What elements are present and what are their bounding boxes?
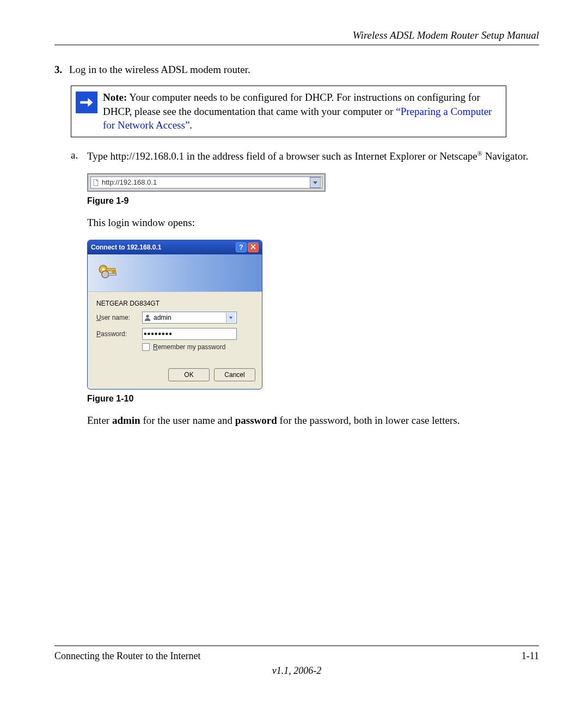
cancel-button[interactable]: Cancel: [214, 368, 255, 381]
close-icon: [250, 244, 256, 251]
address-url: http://192.168.0.1: [102, 178, 157, 186]
registered-symbol: ®: [477, 150, 482, 157]
figure-1-9-caption: Figure 1-9: [87, 196, 539, 206]
figure-1-10-image: Connect to 192.168.0.1 ?: [87, 240, 539, 389]
note-label: Note:: [103, 92, 127, 103]
svg-rect-3: [112, 271, 114, 273]
substep-a: a. Type http://192.168.0.1 in the addres…: [71, 149, 539, 163]
password-label: Password:: [96, 330, 142, 338]
note-body-post: .: [189, 119, 192, 131]
figure-1-9-image: http://192.168.0.1: [87, 173, 539, 192]
arrow-right-icon: [76, 92, 97, 113]
question-icon: ?: [239, 244, 243, 251]
svg-point-5: [102, 271, 109, 278]
device-name: NETGEAR DG834GT: [96, 300, 160, 307]
step-3: 3. Log in to the wireless ADSL modem rou…: [54, 64, 539, 76]
dialog-banner: [88, 254, 262, 292]
password-bold: password: [235, 415, 277, 426]
user-icon: [144, 314, 151, 321]
figure-1-10-caption: Figure 1-10: [87, 394, 539, 404]
address-bar: http://192.168.0.1: [87, 173, 326, 192]
ok-button[interactable]: OK: [168, 368, 210, 381]
login-intro: This login window opens:: [87, 216, 539, 230]
note-box: Note: Your computer needs to be configur…: [71, 86, 506, 137]
login-dialog: Connect to 192.168.0.1 ?: [87, 240, 262, 389]
page-icon: [92, 179, 100, 186]
step-text: Log in to the wireless ADSL modem router…: [69, 64, 250, 75]
remember-label: Remember my password: [153, 343, 225, 351]
substep-marker: a.: [71, 149, 87, 163]
admin-bold: admin: [112, 415, 140, 426]
address-field[interactable]: http://192.168.0.1: [90, 176, 322, 188]
address-dropdown-button[interactable]: [310, 177, 321, 188]
header-title: Wireless ADSL Modem Router Setup Manual: [353, 29, 539, 41]
footer-section: Connecting the Router to the Internet: [54, 650, 200, 662]
remember-checkbox[interactable]: [142, 343, 150, 351]
username-dropdown-button[interactable]: [226, 313, 235, 322]
footer-version: v1.1, 2006-2: [54, 665, 539, 677]
device-name-row: NETGEAR DG834GT: [96, 300, 253, 307]
footer-page-number: 1-11: [522, 650, 539, 662]
svg-point-7: [146, 315, 149, 318]
substep-text-post: Navigator.: [482, 150, 528, 162]
help-button[interactable]: ?: [236, 242, 247, 252]
keys-icon: [95, 260, 119, 286]
enter-credentials-line: Enter admin for the user name and passwo…: [87, 413, 539, 428]
remember-password-row[interactable]: Remember my password: [142, 343, 253, 351]
svg-rect-2: [106, 269, 115, 271]
note-text: Note: Your computer needs to be configur…: [103, 90, 499, 132]
close-button[interactable]: [248, 242, 259, 252]
page-header: Wireless ADSL Modem Router Setup Manual: [54, 29, 539, 45]
dialog-title: Connect to 192.168.0.1: [91, 244, 161, 251]
password-field[interactable]: ••••••••: [142, 328, 237, 340]
page-footer: Connecting the Router to the Internet 1-…: [54, 646, 539, 677]
dialog-titlebar: Connect to 192.168.0.1 ?: [88, 240, 262, 254]
svg-point-1: [102, 268, 105, 271]
substep-text-pre: Type http://192.168.0.1 in the address f…: [87, 150, 477, 162]
svg-rect-6: [108, 273, 117, 276]
username-value: admin: [154, 314, 171, 321]
username-label: User name:: [96, 314, 142, 321]
password-value: ••••••••: [144, 329, 173, 339]
username-field[interactable]: admin: [142, 312, 237, 324]
step-number: 3.: [54, 64, 62, 75]
